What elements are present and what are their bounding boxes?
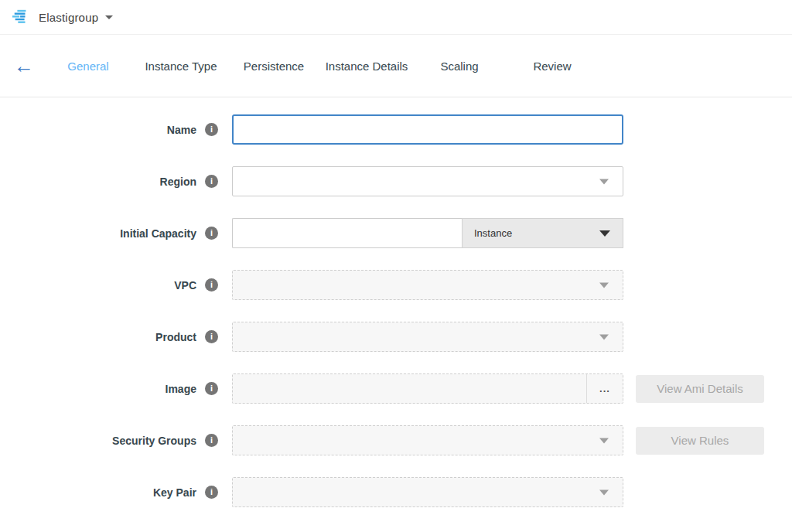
tab-instance-type[interactable]: Instance Type bbox=[135, 60, 227, 73]
view-ami-details-button: View Ami Details bbox=[636, 375, 764, 403]
image-label: Image bbox=[166, 383, 196, 395]
ellipsis-button: ... bbox=[586, 374, 623, 403]
security-groups-label: Security Groups bbox=[112, 435, 196, 447]
chevron-down-icon bbox=[599, 179, 609, 184]
tab-review[interactable]: Review bbox=[506, 60, 599, 73]
image-input: ... bbox=[232, 373, 623, 404]
view-rules-button: View Rules bbox=[636, 427, 764, 455]
chevron-down-icon bbox=[599, 230, 610, 237]
tab-persistence[interactable]: Persistence bbox=[227, 60, 320, 73]
capacity-unit-select[interactable]: Instance bbox=[462, 218, 623, 248]
security-groups-select bbox=[232, 425, 623, 455]
product-label: Product bbox=[155, 331, 196, 343]
vpc-label: VPC bbox=[174, 279, 196, 292]
product-select bbox=[232, 322, 623, 352]
chevron-down-icon bbox=[599, 438, 609, 443]
form-row-vpc: VPC i bbox=[0, 270, 792, 300]
chevron-down-icon bbox=[599, 282, 609, 288]
info-icon[interactable]: i bbox=[205, 434, 218, 447]
info-icon[interactable]: i bbox=[205, 330, 218, 343]
app-switcher-label[interactable]: Elastigroup bbox=[39, 11, 98, 24]
wizard-tabs: General Instance Type Persistence Instan… bbox=[42, 60, 599, 73]
region-select[interactable] bbox=[232, 166, 623, 196]
app-header: Elastigroup bbox=[0, 0, 792, 35]
chevron-down-icon bbox=[599, 489, 609, 495]
region-label: Region bbox=[160, 176, 196, 188]
initial-capacity-input[interactable] bbox=[232, 218, 462, 248]
vpc-select bbox=[232, 270, 623, 300]
form-row-product: Product i bbox=[0, 322, 792, 352]
key-pair-select bbox=[232, 477, 623, 507]
chevron-down-icon[interactable] bbox=[105, 15, 113, 19]
form-row-image: Image i ... View Ami Details bbox=[0, 373, 792, 404]
elastigroup-logo-icon bbox=[11, 9, 31, 26]
form-row-name: Name i bbox=[0, 114, 792, 145]
capacity-unit-value: Instance bbox=[474, 227, 512, 239]
info-icon[interactable]: i bbox=[205, 486, 218, 499]
general-form: Name i Region i Initial Capacity i bbox=[0, 97, 792, 507]
tab-instance-details[interactable]: Instance Details bbox=[320, 60, 413, 73]
wizard-tab-bar: ← General Instance Type Persistence Inst… bbox=[0, 35, 792, 97]
tab-general[interactable]: General bbox=[42, 60, 135, 73]
info-icon[interactable]: i bbox=[205, 278, 218, 292]
info-icon[interactable]: i bbox=[205, 382, 218, 395]
info-icon[interactable]: i bbox=[205, 175, 218, 188]
name-input[interactable] bbox=[232, 114, 623, 145]
name-label: Name bbox=[167, 124, 196, 136]
initial-capacity-label: Initial Capacity bbox=[120, 227, 196, 240]
back-arrow-icon[interactable]: ← bbox=[14, 56, 34, 76]
chevron-down-icon bbox=[599, 334, 609, 339]
info-icon[interactable]: i bbox=[205, 123, 218, 136]
key-pair-label: Key Pair bbox=[153, 486, 196, 499]
form-row-security-groups: Security Groups i View Rules bbox=[0, 425, 792, 455]
form-row-region: Region i bbox=[0, 166, 792, 196]
form-row-key-pair: Key Pair i bbox=[0, 477, 792, 507]
info-icon[interactable]: i bbox=[205, 227, 218, 240]
tab-scaling[interactable]: Scaling bbox=[413, 60, 506, 73]
form-row-initial-capacity: Initial Capacity i Instance bbox=[0, 218, 792, 248]
